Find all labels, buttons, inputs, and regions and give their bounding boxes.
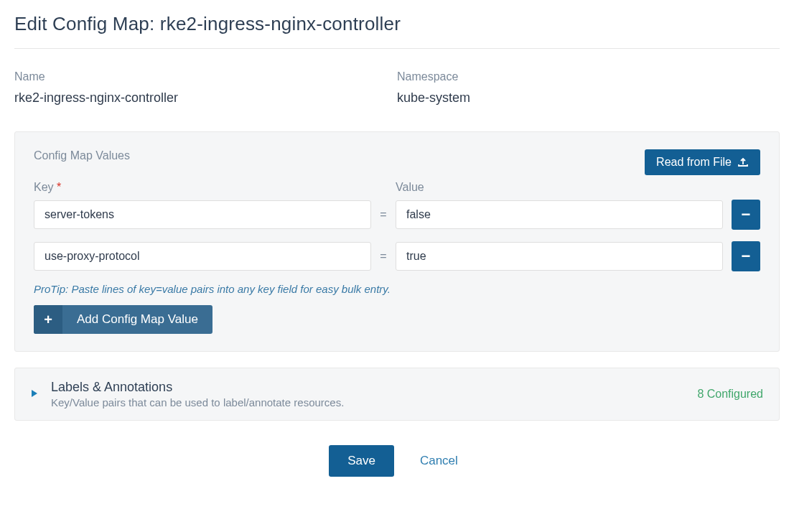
configmap-section-title: Config Map Values xyxy=(34,149,130,162)
upload-icon xyxy=(737,157,749,167)
value-input[interactable] xyxy=(396,242,723,271)
meta-name: Name rke2-ingress-nginx-controller xyxy=(14,70,397,106)
page-title: Edit Config Map: rke2-ingress-nginx-cont… xyxy=(14,13,780,35)
plus-icon: + xyxy=(34,305,62,334)
key-column-label: Key * xyxy=(34,181,371,194)
save-button[interactable]: Save xyxy=(329,445,394,477)
namespace-value: kube-system xyxy=(397,90,780,106)
key-input[interactable] xyxy=(34,200,371,229)
meta-namespace: Namespace kube-system xyxy=(397,70,780,106)
value-input[interactable] xyxy=(396,200,723,229)
labels-subtitle: Key/Value pairs that can be used to labe… xyxy=(51,396,697,409)
name-label: Name xyxy=(14,70,397,83)
chevron-right-icon xyxy=(31,388,38,401)
required-mark: * xyxy=(57,181,61,193)
equals-sign: = xyxy=(371,250,396,263)
read-from-file-button[interactable]: Read from File xyxy=(645,149,760,175)
add-config-map-value-label: Add Config Map Value xyxy=(62,305,212,334)
protip-text: ProTip: Paste lines of key=value pairs i… xyxy=(34,283,760,295)
cancel-button[interactable]: Cancel xyxy=(413,445,465,477)
remove-row-button[interactable]: − xyxy=(732,200,760,230)
key-input[interactable] xyxy=(34,242,371,271)
kv-row: = − xyxy=(34,200,760,230)
kv-header-row: Key * Value xyxy=(34,181,760,194)
name-value: rke2-ingress-nginx-controller xyxy=(14,90,397,106)
labels-body: Labels & Annotations Key/Value pairs tha… xyxy=(51,380,697,409)
footer-actions: Save Cancel xyxy=(14,445,780,477)
meta-row: Name rke2-ingress-nginx-controller Names… xyxy=(14,70,780,106)
labels-title: Labels & Annotations xyxy=(51,380,697,395)
panel-header: Config Map Values Read from File xyxy=(34,149,760,175)
kv-row: = − xyxy=(34,241,760,271)
read-from-file-label: Read from File xyxy=(656,156,732,169)
add-config-map-value-button[interactable]: + Add Config Map Value xyxy=(34,305,212,334)
value-column-label: Value xyxy=(396,181,760,194)
namespace-label: Namespace xyxy=(397,70,780,83)
equals-sign: = xyxy=(371,208,396,221)
remove-row-button[interactable]: − xyxy=(732,241,760,271)
labels-annotations-section[interactable]: Labels & Annotations Key/Value pairs tha… xyxy=(14,368,780,421)
configmap-panel: Config Map Values Read from File Key * V… xyxy=(14,131,780,352)
labels-configured-badge: 8 Configured xyxy=(697,388,763,401)
divider xyxy=(14,48,780,49)
